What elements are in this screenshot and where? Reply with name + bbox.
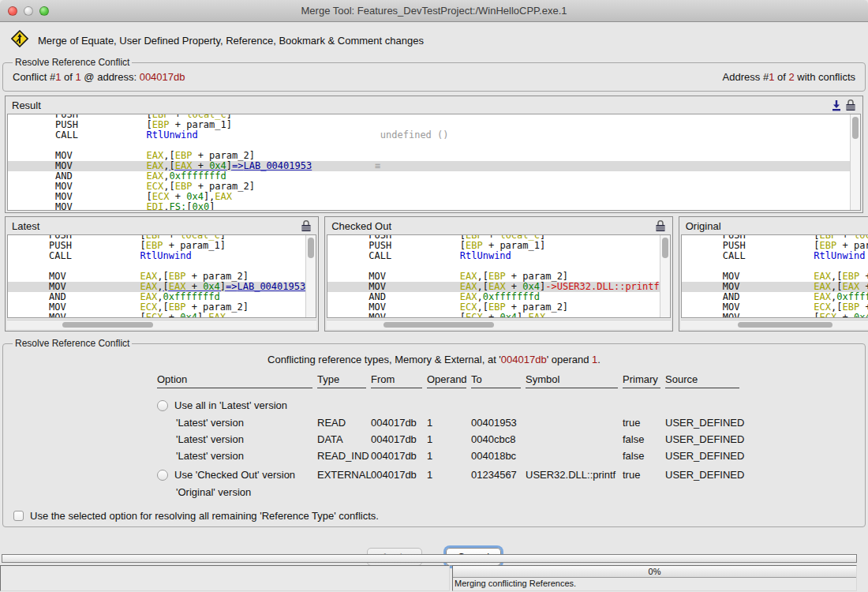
conflict-table-row: Use all in 'Latest' version	[157, 396, 857, 414]
scroll-to-end-icon[interactable]	[829, 98, 844, 112]
result-panel-title: Result	[12, 99, 41, 111]
checked-out-horizontal-scrollbar[interactable]	[327, 320, 671, 329]
column-header: Option	[157, 373, 312, 388]
result-panel: Result PUSH [EBP + local_c]PUSH [EBP + p…	[5, 96, 863, 213]
symbol-value: USER32.DLL::printf	[526, 469, 618, 481]
banner-text: Merge of Equate, User Defined Property, …	[38, 35, 424, 47]
minimize-window-button[interactable]	[24, 6, 33, 16]
use-for-all-checkbox[interactable]	[13, 511, 24, 521]
from-value: 004017db	[371, 469, 422, 481]
operand-value: 1	[427, 450, 466, 462]
status-right-box: 0% Merging conflicting References.	[452, 565, 857, 591]
source-value: USER_DEFINED	[665, 417, 739, 429]
conflict-table-row: 'Original' version	[157, 484, 857, 500]
primary-value: true	[623, 417, 660, 429]
conflict-header-group: Resolve Reference Conflict Conflict #1 o…	[2, 57, 866, 92]
type-value: READ	[317, 417, 366, 429]
zoom-window-button[interactable]	[39, 6, 49, 16]
phase-progress-bar	[2, 554, 857, 563]
conflict-table-row: 'Latest' versionDATA004017db10040cbc8fal…	[157, 431, 857, 448]
latest-vertical-scrollbar[interactable]	[305, 235, 316, 317]
source-value: USER_DEFINED	[665, 433, 739, 445]
column-header: Operand	[427, 373, 466, 388]
conflict-table-body: Use all in 'Latest' version'Latest' vers…	[11, 396, 857, 500]
option-label: 'Original' version	[176, 486, 251, 498]
status-message: Merging conflicting References.	[453, 578, 856, 589]
primary-value: false	[623, 450, 660, 462]
conflict-table-row: 'Latest' versionREAD_IND004017db1004018b…	[157, 448, 857, 464]
resolve-conflict-group: Resolve Reference Conflict Conflicting r…	[2, 338, 866, 527]
conflict-counter: Conflict #1 of 1 @ address: 004017db	[13, 71, 185, 83]
merge-phase-banner: Merge of Equate, User Defined Property, …	[0, 22, 868, 57]
option-label: Use all in 'Latest' version	[174, 399, 287, 411]
type-value: DATA	[317, 433, 366, 445]
merge-sign-icon	[11, 30, 28, 51]
primary-value: false	[623, 433, 660, 445]
column-header: Primary	[623, 373, 660, 388]
original-panel: Original PUSH [EBP + local_c]PUSH [EBP +…	[679, 216, 868, 332]
option-label: Use 'Checked Out' version	[174, 469, 295, 481]
original-listing[interactable]: PUSH [EBP + local_c]PUSH [EBP + param_1]…	[682, 235, 868, 317]
option-radio[interactable]	[157, 400, 168, 411]
operand-value: 1	[427, 469, 466, 481]
source-value: USER_DEFINED	[665, 450, 739, 462]
from-value: 004017db	[371, 433, 422, 445]
address-counter: Address #1 of 2 with conflicts	[723, 71, 855, 83]
to-value: 0040cbc8	[471, 433, 521, 445]
conflict-table-header: OptionTypeFromOperandToSymbolPrimarySour…	[157, 373, 857, 388]
checked-out-listing[interactable]: PUSH [EBP + local_c]PUSH [EBP + param_1]…	[327, 235, 660, 317]
option-label: 'Latest' version	[176, 450, 244, 462]
from-value: 004017db	[371, 417, 422, 429]
to-value: 00401953	[471, 417, 521, 429]
column-header: To	[471, 373, 521, 388]
original-panel-title: Original	[686, 220, 721, 232]
latest-listing[interactable]: PUSH [EBP + local_c]PUSH [EBP + param_1]…	[8, 235, 305, 317]
window-title: Merge Tool: Features_DevTestProject:/Win…	[0, 5, 868, 17]
option-label: 'Latest' version	[176, 433, 244, 445]
type-value: EXTERNAL	[317, 469, 366, 481]
checked-out-panel-title: Checked Out	[331, 220, 391, 232]
conflict-table-row: 'Latest' versionREAD004017db100401953tru…	[157, 414, 857, 431]
operand-value: 1	[427, 417, 466, 429]
result-vertical-scrollbar[interactable]	[850, 114, 860, 210]
source-value: USER_DEFINED	[665, 469, 739, 481]
latest-panel: Latest PUSH [EBP + local_c]PUSH [EBP + p…	[5, 216, 319, 332]
option-label: 'Latest' version	[176, 417, 244, 429]
conflict-description: Conflicting reference types, Memory & Ex…	[11, 354, 857, 365]
use-for-all-label: Use the selected option for resolving al…	[30, 510, 379, 522]
merge-progress-bar: 0%	[453, 566, 856, 578]
title-bar: Merge Tool: Features_DevTestProject:/Win…	[0, 0, 868, 22]
lock-icon[interactable]	[844, 98, 858, 112]
from-value: 004017db	[371, 450, 422, 462]
to-value: 004018bc	[471, 450, 521, 462]
primary-value: true	[623, 469, 660, 481]
column-header: Type	[317, 373, 366, 388]
checked-out-vertical-scrollbar[interactable]	[660, 235, 670, 317]
conflict-header-legend: Resolve Reference Conflict	[13, 57, 132, 68]
column-header: Symbol	[526, 373, 618, 388]
column-header: Source	[665, 373, 739, 388]
lock-icon[interactable]	[653, 219, 668, 233]
operand-value: 1	[427, 433, 466, 445]
conflict-table-row: Use 'Checked Out' versionEXTERNAL004017d…	[157, 466, 857, 484]
original-horizontal-scrollbar[interactable]	[681, 320, 868, 329]
type-value: READ_IND	[317, 450, 366, 462]
latest-panel-title: Latest	[12, 220, 39, 232]
checked-out-panel: Checked Out PUSH [EBP + local_c]PUSH [EB…	[324, 216, 673, 332]
to-value: 01234567	[471, 469, 521, 481]
close-window-button[interactable]	[8, 6, 17, 16]
result-listing[interactable]: PUSH [EBP + local_c]PUSH [EBP + param_1]…	[8, 114, 850, 210]
latest-horizontal-scrollbar[interactable]	[7, 320, 316, 329]
column-header: From	[371, 373, 422, 388]
resolve-conflict-legend: Resolve Reference Conflict	[13, 338, 132, 349]
option-radio[interactable]	[157, 470, 168, 481]
lock-icon[interactable]	[299, 219, 313, 233]
status-left-box	[0, 565, 450, 591]
